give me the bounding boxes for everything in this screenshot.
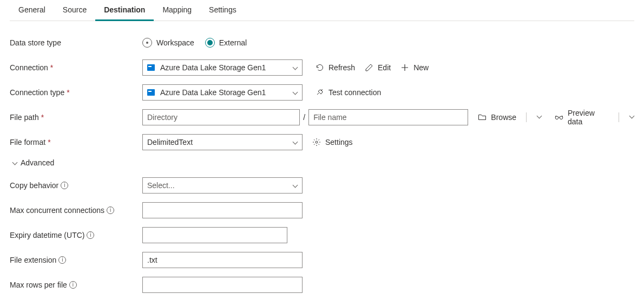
test-connection-button[interactable]: Test connection <box>316 88 381 97</box>
storage-icon <box>147 64 155 71</box>
copy-behavior-value: Select... <box>147 181 175 190</box>
pencil-icon <box>365 63 373 72</box>
info-icon[interactable]: i <box>61 182 68 189</box>
tab-settings[interactable]: Settings <box>200 0 245 21</box>
glasses-icon <box>555 113 563 122</box>
info-icon[interactable]: i <box>58 256 66 264</box>
storage-icon <box>147 89 155 96</box>
gear-icon <box>312 138 321 146</box>
radio-external[interactable]: External <box>205 38 247 48</box>
chevron-down-icon <box>12 160 17 165</box>
expiry-input[interactable] <box>142 227 287 243</box>
tab-mapping[interactable]: Mapping <box>154 0 200 21</box>
file-format-value: DelimitedText <box>147 138 193 146</box>
label-file-extension: File extension i <box>10 256 142 264</box>
max-rows-input[interactable] <box>142 277 303 293</box>
divider <box>619 112 619 122</box>
connection-type-value: Azure Data Lake Storage Gen1 <box>160 88 266 97</box>
folder-icon <box>478 113 487 122</box>
chevron-down-icon <box>292 90 298 95</box>
new-button[interactable]: New <box>400 63 429 72</box>
radio-label: Workspace <box>156 38 194 47</box>
max-concurrent-input[interactable] <box>142 202 303 218</box>
edit-button[interactable]: Edit <box>365 63 391 72</box>
tab-general[interactable]: General <box>10 0 54 21</box>
required-marker: * <box>67 88 69 97</box>
path-separator: / <box>303 113 305 122</box>
radio-icon <box>205 38 215 48</box>
chevron-down-icon[interactable] <box>629 114 634 119</box>
label-data-store-type: Data store type <box>10 38 142 47</box>
info-icon[interactable]: i <box>107 206 114 214</box>
file-extension-input[interactable] <box>142 252 303 268</box>
connection-value: Azure Data Lake Storage Gen1 <box>160 63 266 72</box>
divider <box>526 112 527 122</box>
browse-button[interactable]: Browse <box>478 113 516 122</box>
label-file-path: File path* <box>10 113 142 122</box>
info-icon[interactable]: i <box>87 231 94 239</box>
svg-point-2 <box>316 141 318 143</box>
tab-source[interactable]: Source <box>54 0 95 21</box>
plus-icon <box>400 63 409 72</box>
refresh-button[interactable]: Refresh <box>316 63 355 72</box>
required-marker: * <box>50 63 53 72</box>
radio-workspace[interactable]: Workspace <box>142 38 194 48</box>
tabs-bar: General Source Destination Mapping Setti… <box>10 0 634 21</box>
label-expiry: Expiry datetime (UTC) i <box>10 231 142 239</box>
file-format-select[interactable]: DelimitedText <box>142 134 303 150</box>
label-copy-behavior: Copy behavior i <box>10 181 142 190</box>
format-settings-button[interactable]: Settings <box>312 138 353 146</box>
connection-type-select[interactable]: Azure Data Lake Storage Gen1 <box>142 84 303 101</box>
filename-input[interactable] <box>308 109 468 125</box>
refresh-icon <box>316 63 324 72</box>
required-marker: * <box>48 138 50 146</box>
connection-select[interactable]: Azure Data Lake Storage Gen1 <box>142 59 303 76</box>
directory-input[interactable] <box>142 109 300 125</box>
preview-data-button[interactable]: Preview data <box>555 109 609 126</box>
plug-icon <box>316 88 324 97</box>
chevron-down-icon <box>292 139 298 145</box>
chevron-down-icon[interactable] <box>536 114 542 119</box>
label-max-concurrent: Max concurrent connections i <box>10 206 142 215</box>
radio-label: External <box>219 38 247 47</box>
advanced-toggle[interactable]: Advanced <box>12 158 634 167</box>
radio-group-data-store-type: Workspace External <box>142 38 247 48</box>
radio-icon <box>142 38 152 48</box>
chevron-down-icon <box>292 183 298 188</box>
tab-destination[interactable]: Destination <box>95 0 154 21</box>
label-connection: Connection* <box>10 63 142 72</box>
required-marker: * <box>41 113 44 122</box>
copy-behavior-select[interactable]: Select... <box>142 177 303 194</box>
label-max-rows: Max rows per file i <box>10 281 142 289</box>
info-icon[interactable]: i <box>69 281 77 289</box>
chevron-down-icon <box>292 65 298 70</box>
label-file-format: File format* <box>10 138 142 146</box>
label-connection-type: Connection type* <box>10 88 142 97</box>
